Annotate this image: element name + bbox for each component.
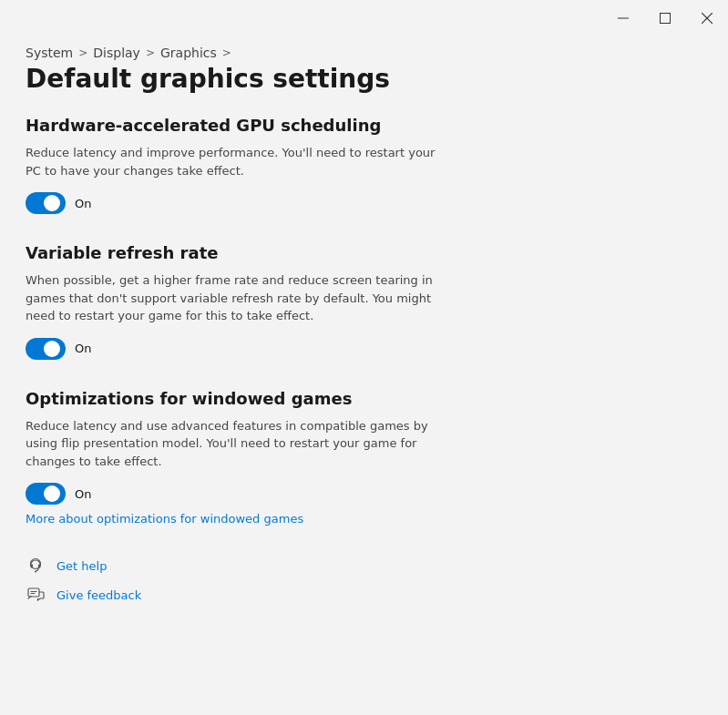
minimize-button[interactable] — [602, 0, 644, 36]
breadcrumb-separator-1: > — [78, 46, 87, 59]
toggle-hardware-gpu-label: On — [75, 197, 91, 210]
section-windowed-games: Optimizations for windowed games Reduce … — [26, 389, 692, 527]
toggle-windowed-games[interactable] — [26, 483, 66, 505]
breadcrumb-separator-3: > — [222, 46, 231, 59]
windowed-games-learn-more-link[interactable]: More about optimizations for windowed ga… — [26, 512, 303, 526]
toggle-hardware-gpu-slider — [26, 192, 66, 214]
breadcrumb: System > Display > Graphics > — [26, 46, 692, 60]
toggle-variable-refresh-slider — [26, 338, 66, 360]
window: System > Display > Graphics > Default gr… — [0, 0, 728, 715]
get-help-label: Get help — [56, 559, 107, 573]
section-hardware-gpu-description: Reduce latency and improve performance. … — [26, 144, 454, 179]
toggle-row-windowed-games: On — [26, 483, 692, 505]
toggle-windowed-games-label: On — [75, 487, 91, 501]
toggle-row-hardware-gpu: On — [26, 192, 692, 214]
breadcrumb-display[interactable]: Display — [93, 46, 140, 60]
give-feedback-link[interactable]: Give feedback — [26, 585, 692, 605]
footer-links: Get help Give feedback — [26, 556, 692, 605]
section-windowed-games-title: Optimizations for windowed games — [26, 389, 692, 408]
svg-rect-1 — [661, 14, 671, 24]
toggle-variable-refresh[interactable] — [26, 338, 66, 360]
section-windowed-games-description: Reduce latency and use advanced features… — [26, 417, 454, 471]
breadcrumb-separator-2: > — [146, 46, 155, 59]
maximize-button[interactable] — [644, 0, 686, 36]
header-section: System > Display > Graphics > Default gr… — [26, 46, 692, 94]
svg-rect-6 — [28, 588, 39, 597]
toggle-hardware-gpu[interactable] — [26, 192, 66, 214]
section-hardware-gpu-title: Hardware-accelerated GPU scheduling — [26, 116, 692, 135]
toggle-row-variable-refresh: On — [26, 338, 692, 360]
main-content: System > Display > Graphics > Default gr… — [0, 36, 728, 715]
breadcrumb-graphics[interactable]: Graphics — [160, 46, 217, 60]
svg-point-5 — [35, 571, 36, 573]
section-variable-refresh-description: When possible, get a higher frame rate a… — [26, 271, 454, 325]
give-feedback-icon — [26, 585, 46, 605]
title-bar-controls — [602, 0, 728, 36]
get-help-link[interactable]: Get help — [26, 556, 692, 576]
get-help-icon — [26, 556, 46, 576]
breadcrumb-system[interactable]: System — [26, 46, 73, 60]
toggle-variable-refresh-label: On — [75, 342, 91, 355]
give-feedback-label: Give feedback — [56, 588, 141, 602]
section-variable-refresh-title: Variable refresh rate — [26, 243, 692, 262]
title-bar — [0, 0, 728, 36]
svg-rect-0 — [618, 18, 629, 19]
section-variable-refresh: Variable refresh rate When possible, get… — [26, 243, 692, 360]
section-hardware-gpu: Hardware-accelerated GPU scheduling Redu… — [26, 116, 692, 214]
toggle-windowed-games-slider — [26, 483, 66, 505]
page-title: Default graphics settings — [26, 64, 692, 94]
close-button[interactable] — [686, 0, 728, 36]
